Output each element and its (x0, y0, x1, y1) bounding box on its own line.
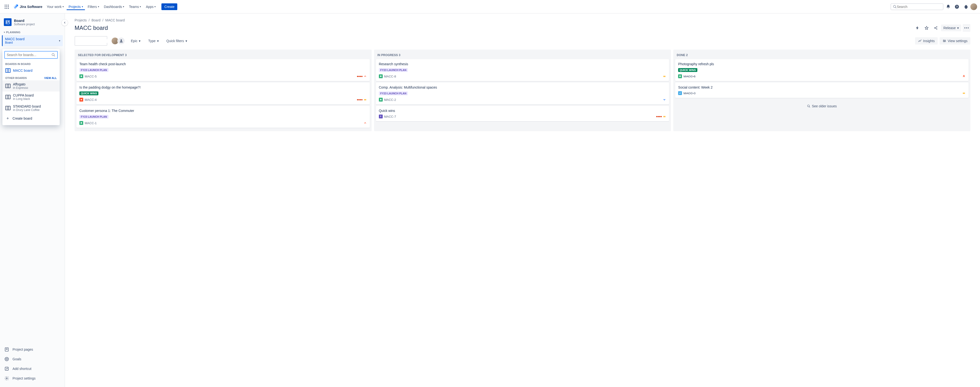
sidebar-add-shortcut[interactable]: Add shortcut (2, 364, 63, 374)
sidebar-project-pages[interactable]: Project pages (2, 345, 63, 354)
breadcrumb-projects[interactable]: Projects (75, 18, 87, 22)
issue-card[interactable]: Comp. Analysis: Multifunctional spaces F… (376, 83, 669, 104)
sidebar-project-settings[interactable]: Project settings (2, 374, 63, 383)
card-title: Social content: Week 2 (678, 86, 966, 89)
breadcrumb-board[interactable]: Board (91, 18, 100, 22)
add-people-button[interactable] (118, 37, 125, 45)
epic-tag[interactable]: FY23 LAUNCH PLAN (80, 68, 108, 72)
logo-text: Jira Software (20, 5, 42, 9)
assignee-filter[interactable] (111, 37, 125, 45)
nav-your-work[interactable]: Your work▾ (45, 3, 66, 10)
nav-projects[interactable]: Projects▾ (67, 3, 85, 10)
story-icon (678, 74, 682, 78)
svg-rect-45 (663, 76, 666, 76)
issue-card[interactable]: Customer persona 1: The Commuter FY23 LA… (76, 106, 370, 128)
board-search-input[interactable] (7, 53, 51, 57)
chevron-left-icon (63, 21, 66, 24)
chevron-down-icon: ▾ (59, 39, 60, 42)
svg-point-40 (945, 41, 945, 41)
board-search-field[interactable] (4, 51, 58, 59)
project-avatar (4, 18, 11, 26)
chart-icon (918, 39, 922, 43)
issue-card[interactable]: Social content: Week 2 MACC-3 (675, 83, 969, 98)
global-search-input[interactable] (897, 5, 941, 9)
svg-line-52 (809, 107, 810, 108)
board-project-icon (5, 20, 10, 25)
planning-section-label[interactable]: ▾PLANNING (2, 30, 63, 35)
svg-point-21 (5, 357, 9, 361)
board-option[interactable]: CUPPA boardin Long black (2, 91, 60, 102)
svg-point-35 (121, 40, 122, 41)
quick-filters[interactable]: Quick filters▾ (164, 38, 189, 44)
notifications-button[interactable] (944, 3, 952, 11)
user-avatar[interactable] (970, 3, 977, 10)
svg-point-32 (968, 27, 969, 29)
create-board-button[interactable]: + Create board (2, 114, 60, 123)
share-button[interactable] (932, 24, 940, 32)
svg-point-9 (893, 5, 896, 8)
board-column: IN PROGRESS 3 Research synthesis FY23 LA… (374, 49, 671, 131)
global-search[interactable] (891, 3, 943, 10)
chevron-down-icon: ▾ (123, 5, 124, 8)
see-older-link[interactable]: See older issues (675, 99, 969, 113)
board-filter-search[interactable] (75, 36, 107, 46)
page-title: MACC board (75, 25, 108, 31)
view-all-link[interactable]: VIEW ALL (44, 76, 57, 80)
help-button[interactable]: ? (953, 3, 961, 11)
priority-dots (357, 99, 363, 100)
svg-line-29 (935, 28, 937, 29)
plus-icon: + (5, 116, 10, 121)
board-option-current[interactable]: MACC board (2, 67, 60, 75)
issue-key: MACC-1 (85, 121, 97, 125)
settings-button[interactable] (962, 3, 969, 11)
create-button[interactable]: Create (161, 3, 177, 10)
type-filter[interactable]: Type▾ (146, 38, 161, 44)
collapse-sidebar-button[interactable] (61, 19, 68, 26)
epic-tag[interactable]: QUICK WINS (678, 68, 697, 72)
board-option[interactable]: Affogatoin Espresso (2, 80, 60, 91)
nav-filters[interactable]: Filters▾ (86, 3, 101, 10)
card-title: Quick wins (379, 109, 666, 113)
card-title: Team health check post-launch (80, 62, 367, 66)
board-icon (5, 84, 11, 88)
epic-tag[interactable]: FY23 LAUNCH PLAN (80, 115, 108, 119)
insights-button[interactable]: Insights (915, 37, 938, 45)
issue-card[interactable]: Photography refresh pls QUICK WINS MACC-… (675, 59, 969, 81)
star-icon (924, 26, 929, 30)
board-picker[interactable]: MACC board Board ▾ (2, 35, 63, 46)
gear-icon (4, 376, 9, 381)
help-icon: ? (955, 4, 959, 9)
release-button[interactable]: Release▾ (941, 25, 961, 31)
sidebar-goals[interactable]: Goals (2, 354, 63, 364)
epic-tag[interactable]: QUICK WINS (80, 91, 99, 95)
svg-line-17 (54, 55, 55, 56)
issue-card[interactable]: Quick wins MACC-7 (376, 106, 669, 121)
epic-tag[interactable]: FY23 LAUNCH PLAN (379, 91, 408, 95)
issue-key: MACC-4 (85, 98, 97, 102)
svg-rect-6 (5, 8, 6, 9)
nav-dashboards[interactable]: Dashboards▾ (102, 3, 126, 10)
chevron-down-icon: ▾ (157, 39, 159, 43)
svg-rect-3 (5, 6, 6, 7)
app-switcher[interactable] (3, 3, 11, 11)
issue-card[interactable]: Is the padding dodgy on the homepage?! Q… (76, 83, 370, 104)
board-icon (5, 95, 11, 99)
nav-apps[interactable]: Apps▾ (144, 3, 158, 10)
automation-button[interactable] (913, 24, 921, 32)
column-header: DONE 2 (675, 51, 969, 59)
share-icon (934, 26, 938, 30)
issue-card[interactable]: Research synthesis FY23 LAUNCH PLAN MACC… (376, 59, 669, 81)
view-settings-button[interactable]: View settings (940, 37, 970, 45)
board-option[interactable]: STANDARD boardin Drury Lane Coffee (2, 102, 60, 114)
epic-tag[interactable]: FY23 LAUNCH PLAN (379, 68, 408, 72)
more-button[interactable] (963, 24, 970, 32)
svg-point-22 (6, 358, 8, 360)
issue-card[interactable]: Team health check post-launch FY23 LAUNC… (76, 59, 370, 81)
issue-key: MACC-8 (384, 75, 396, 78)
story-icon (80, 74, 83, 78)
chevron-down-icon: ▾ (82, 5, 83, 8)
epic-filter[interactable]: Epic▾ (129, 38, 142, 44)
logo[interactable]: Jira Software (11, 4, 44, 10)
nav-teams[interactable]: Teams▾ (127, 3, 143, 10)
star-button[interactable] (923, 24, 931, 32)
